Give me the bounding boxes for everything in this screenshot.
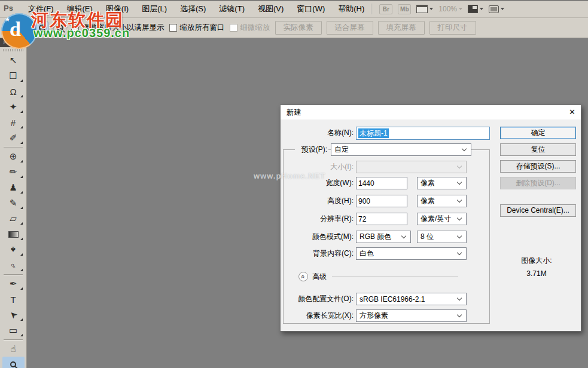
arrange-documents-dropdown[interactable] — [468, 5, 483, 13]
double-arrow-icon: » — [3, 39, 7, 45]
launch-bridge-button[interactable]: Br — [379, 4, 392, 14]
size-dropdown — [356, 161, 467, 173]
menu-help[interactable]: 帮助(H) — [331, 1, 371, 17]
resize-windows-checkbox[interactable]: 调整窗口大小以满屏显示 — [71, 23, 164, 33]
fill-screen-button: 填充屏幕 — [378, 21, 425, 35]
panel-grip[interactable] — [3, 49, 23, 51]
device-central-button[interactable]: Device Central(E)... — [500, 204, 576, 217]
zoom-out-toggle[interactable]: − — [53, 22, 66, 35]
zoom-all-windows-checkbox[interactable]: 缩放所有窗口 — [169, 23, 225, 33]
chevron-down-icon — [459, 8, 462, 10]
menu-filter[interactable]: 滤镜(T) — [212, 1, 251, 17]
options-separator — [30, 22, 31, 35]
height-input[interactable]: 900 — [356, 195, 407, 207]
close-icon[interactable]: ✕ — [569, 107, 575, 118]
pen-tool[interactable]: ✒ — [2, 276, 25, 292]
dodge-tool[interactable]: ♀ — [2, 257, 25, 273]
magnifier-icon — [10, 361, 16, 367]
eraser-tool[interactable]: ▱ — [2, 211, 25, 226]
print-size-button: 打印尺寸 — [429, 21, 476, 35]
hand-tool[interactable]: ☝ — [2, 341, 25, 357]
background-contents-label: 背景内容(C): — [283, 247, 354, 260]
spot-healing-brush-tool[interactable]: ⊕ — [2, 149, 25, 164]
menu-layer[interactable]: 图层(L) — [135, 1, 173, 17]
color-profile-dropdown[interactable]: sRGB IEC61966-2.1 — [356, 293, 467, 305]
lasso-tool[interactable]: Ω — [2, 84, 25, 99]
width-label: 宽度(W): — [283, 177, 354, 189]
type-tool[interactable]: T — [2, 292, 25, 307]
chevron-up-icon: « — [299, 275, 307, 278]
menu-window[interactable]: 窗口(W) — [290, 1, 331, 17]
toolbar-separator — [4, 274, 23, 275]
rounded-rectangle-tool[interactable]: ▭ — [2, 323, 25, 338]
path-selection-tool[interactable]: ➤ — [2, 307, 25, 323]
zoom-level-value: 100% — [438, 5, 457, 13]
menu-select[interactable]: 选择(S) — [173, 1, 212, 17]
chevron-down-icon — [501, 8, 504, 10]
menu-bar: Ps 文件(F) 编辑(E) 图像(I) 图层(L) 选择(S) 滤镜(T) 视… — [0, 0, 588, 18]
resolution-input[interactable]: 72 — [356, 213, 407, 225]
width-unit-dropdown[interactable]: 像素 — [417, 177, 467, 189]
launch-mini-bridge-button[interactable]: Mb — [398, 4, 411, 14]
panel-collapse-header[interactable]: » — [0, 38, 26, 47]
name-label: 名称(N): — [283, 127, 354, 139]
background-contents-dropdown[interactable]: 白色 — [356, 247, 467, 260]
advanced-toggle-button[interactable]: « — [298, 272, 308, 281]
brush-tool[interactable]: ✏ — [2, 164, 25, 180]
checkbox-label: 调整窗口大小以满屏显示 — [82, 23, 164, 33]
checkbox-icon — [230, 24, 237, 32]
tool-preset-picker[interactable] — [5, 21, 25, 35]
height-unit-dropdown[interactable]: 像素 — [417, 195, 467, 207]
photoshop-window: Ps 文件(F) 编辑(E) 图像(I) 图层(L) 选择(S) 滤镜(T) 视… — [0, 0, 588, 368]
app-logo: Ps — [4, 4, 17, 14]
chevron-down-icon — [429, 8, 433, 10]
width-input[interactable]: 1440 — [356, 177, 407, 189]
gradient-icon — [8, 231, 19, 238]
quick-selection-tool[interactable]: ✦ — [2, 99, 25, 115]
history-brush-tool[interactable]: ✎ — [2, 195, 25, 211]
chevron-down-icon — [457, 180, 462, 185]
chevron-down-icon — [457, 164, 462, 168]
ok-button[interactable]: 确定 — [500, 127, 576, 139]
preset-dropdown[interactable]: 自定 — [331, 143, 471, 156]
menu-edit[interactable]: 编辑(E) — [60, 1, 99, 17]
gradient-tool[interactable] — [2, 226, 25, 242]
name-input[interactable]: 未标题-1 — [356, 127, 490, 140]
chevron-down-icon — [457, 198, 462, 203]
color-mode-label: 颜色模式(M): — [283, 231, 354, 243]
menu-view[interactable]: 视图(V) — [251, 1, 290, 17]
checkbox-label: 缩放所有窗口 — [180, 23, 225, 33]
clone-stamp-tool[interactable]: ♟ — [2, 180, 25, 195]
crop-tool[interactable]: # — [2, 115, 25, 130]
bit-depth-dropdown[interactable]: 8 位 — [417, 231, 467, 243]
zoom-tool[interactable] — [2, 357, 25, 368]
chevron-down-icon — [457, 312, 462, 317]
height-label: 高度(H): — [283, 195, 354, 207]
color-mode-dropdown[interactable]: RGB 颜色 — [356, 231, 411, 243]
toolbar-separator — [4, 339, 23, 340]
view-extras-dropdown[interactable] — [416, 5, 433, 13]
eyedropper-tool[interactable]: ✐ — [2, 130, 25, 146]
resolution-unit-dropdown[interactable]: 像素/英寸 — [417, 213, 467, 225]
blur-tool[interactable]: ♠ — [2, 242, 25, 257]
screen-mode-dropdown[interactable] — [489, 5, 504, 13]
options-bar: + − 调整窗口大小以满屏显示 缩放所有窗口 细微缩放 实际像素 适合屏幕 填充… — [0, 18, 588, 38]
screen-mode-icon — [489, 5, 499, 13]
dialog-title: 新建 — [287, 105, 301, 119]
menu-file[interactable]: 文件(F) — [22, 1, 60, 17]
save-preset-button[interactable]: 存储预设(S)... — [500, 160, 576, 173]
app-bar-divider — [371, 4, 371, 14]
view-extras-icon — [416, 5, 428, 13]
chevron-down-icon — [457, 234, 462, 238]
checkbox-icon — [71, 24, 79, 32]
fit-screen-button: 适合屏幕 — [327, 21, 373, 35]
dialog-titlebar[interactable]: 新建 ✕ — [281, 105, 581, 119]
pixel-aspect-dropdown[interactable]: 方形像素 — [356, 309, 467, 322]
rectangular-marquee-tool[interactable]: ☐ — [2, 68, 25, 84]
menu-image[interactable]: 图像(I) — [99, 1, 135, 17]
image-size-value: 3.71M — [493, 269, 580, 278]
move-tool[interactable]: ↖ — [2, 53, 25, 68]
zoom-in-toggle[interactable]: + — [35, 22, 48, 35]
chevron-down-icon — [462, 146, 467, 151]
reset-button[interactable]: 复位 — [500, 143, 576, 156]
